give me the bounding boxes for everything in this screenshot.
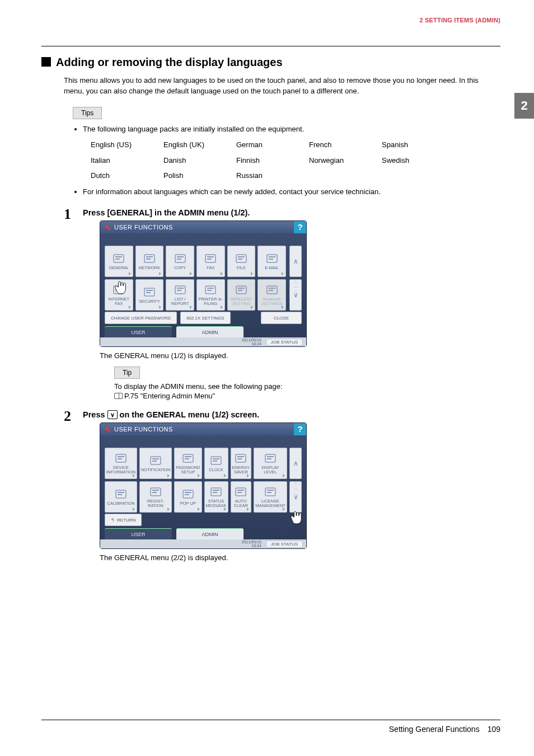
menu-tile[interactable]: POP UP — [174, 481, 202, 513]
down-key-icon: ∨ — [107, 410, 118, 419]
svg-rect-29 — [207, 290, 212, 291]
chevron-right-icon — [221, 306, 223, 309]
svg-rect-61 — [185, 492, 191, 493]
chevron-right-icon — [129, 272, 131, 275]
menu-tile[interactable]: NETWORK — [135, 246, 164, 277]
tile-label: NOTIFICATION — [140, 468, 171, 472]
help-button[interactable]: ? — [294, 423, 306, 435]
chevron-right-icon — [251, 272, 253, 275]
svg-rect-41 — [152, 461, 157, 462]
step-number: 1 — [64, 207, 83, 400]
return-button[interactable]: ↰RETURN — [105, 514, 142, 526]
tile-icon — [204, 284, 217, 295]
svg-rect-28 — [207, 288, 214, 289]
chapter-side-tab: 2 — [514, 93, 534, 119]
tile-label: DISPLAY LEVEL — [254, 466, 287, 475]
tile-icon — [209, 486, 223, 497]
help-button[interactable]: ? — [294, 221, 306, 233]
menu-tile[interactable]: SECURITY — [135, 279, 164, 311]
tile-label: AUTO CLEAR — [231, 499, 251, 508]
tile-icon — [149, 455, 162, 466]
svg-rect-58 — [152, 490, 159, 491]
tile-icon — [234, 453, 247, 464]
menu-tile[interactable]: REGIST-RATION — [139, 481, 172, 513]
svg-rect-4 — [146, 256, 153, 257]
tile-label: FILE — [236, 266, 247, 270]
menu-tile[interactable]: PASSWORD SETUP — [174, 448, 202, 479]
menu-tile[interactable]: DEVICE INFORMATION — [105, 448, 137, 479]
wrench-icon — [104, 223, 111, 231]
hand-cursor-icon — [115, 280, 127, 295]
svg-rect-40 — [152, 458, 159, 459]
chevron-right-icon — [283, 474, 285, 477]
tab-user[interactable]: USER — [105, 528, 172, 539]
tile-icon — [234, 486, 247, 497]
tile-label: SECURITY — [138, 299, 161, 304]
menu-tile[interactable]: PRINTER /e-FILING — [196, 279, 225, 311]
svg-rect-35 — [269, 290, 273, 291]
chevron-right-icon — [247, 508, 249, 511]
svg-rect-26 — [177, 290, 181, 291]
tile-icon — [112, 253, 125, 264]
job-status-button[interactable]: JOB STATUS — [266, 339, 303, 346]
tip-text: To display the ADMIN menu, see the follo… — [114, 382, 500, 391]
menu-tile[interactable]: Bluetooth SETTINGS — [257, 279, 286, 311]
menu-tile[interactable]: LICENSE MANAGEMENT — [254, 481, 287, 513]
menu-tile[interactable]: CLOCK — [204, 448, 228, 479]
menu-tile[interactable]: FILE — [227, 246, 256, 277]
menu-tile[interactable]: DISPLAY LEVEL — [254, 448, 287, 479]
tile-icon — [143, 253, 156, 264]
tile-label: LICENSE MANAGEMENT — [254, 499, 287, 508]
page-reference: P.75 "Entering Admin Menu" — [124, 392, 215, 400]
tile-icon — [264, 486, 277, 497]
menu-tile[interactable]: AUTO CLEAR — [231, 481, 252, 513]
menu-tile[interactable]: NOTIFICATION — [139, 448, 172, 479]
tab-admin[interactable]: ADMIN — [176, 528, 243, 539]
step-title: Press [GENERAL] in the ADMIN menu (1/2). — [83, 208, 500, 217]
step-title: Press ∨ on the GENERAL menu (1/2) screen… — [83, 410, 500, 419]
chevron-right-icon — [190, 306, 192, 309]
timestamp: 2011/05/1010:24 — [242, 338, 261, 346]
svg-rect-55 — [118, 492, 124, 493]
close-button[interactable]: CLOSE — [261, 312, 302, 324]
scroll-up-button[interactable]: ∧ — [289, 448, 302, 479]
tab-admin[interactable]: ADMIN — [176, 326, 243, 337]
svg-rect-32 — [238, 290, 242, 291]
job-status-button[interactable]: JOB STATUS — [266, 541, 303, 548]
dot1x-settings-button[interactable]: 802.1X SETTINGS — [180, 312, 231, 324]
chevron-right-icon — [167, 508, 170, 511]
menu-tile[interactable]: E-MAIL — [257, 246, 286, 277]
svg-rect-70 — [267, 490, 274, 491]
svg-rect-52 — [267, 456, 274, 457]
intro-paragraph: This menu allows you to add new language… — [64, 76, 500, 97]
step-result-text: The GENERAL menu (2/2) is displayed. — [100, 553, 500, 562]
chevron-right-icon — [159, 272, 161, 275]
menu-tile[interactable]: CALIBRATION — [105, 481, 137, 513]
running-header: 2 SETTING ITEMS (ADMIN) — [34, 17, 500, 24]
menu-tile[interactable]: WIRELESS SETTING — [227, 279, 256, 311]
tab-user[interactable]: USER — [105, 326, 172, 337]
general-menu-screenshot-1: USER FUNCTIONS ? DEVICE INFORMATIONNOTIF… — [100, 422, 307, 549]
timestamp: 2011/05/1010:24 — [242, 540, 261, 548]
svg-rect-71 — [267, 492, 271, 493]
tip-label: Tip — [114, 367, 140, 379]
tile-label: POP UP — [179, 501, 197, 506]
change-password-button[interactable]: CHANGE USER PASSWORD — [105, 312, 177, 324]
tile-label: PRINTER /e-FILING — [197, 297, 224, 306]
menu-tile[interactable]: COPY — [166, 246, 194, 277]
admin-menu-screenshot-1: USER FUNCTIONS ? GENERALNETWORKCOPYFAXFI… — [100, 220, 307, 347]
menu-tile[interactable]: LIST / REPORT — [166, 279, 194, 311]
svg-rect-7 — [177, 256, 184, 257]
svg-rect-13 — [238, 256, 245, 257]
svg-rect-56 — [118, 494, 122, 495]
menu-tile[interactable]: GENERAL — [105, 246, 133, 277]
menu-tile[interactable]: ENERGY SAVER — [231, 448, 252, 479]
step-result-text: The GENERAL menu (1/2) is displayed. — [100, 351, 500, 360]
svg-rect-34 — [269, 288, 275, 289]
svg-rect-31 — [238, 288, 245, 289]
footer-page-number: 109 — [488, 725, 500, 734]
menu-tile[interactable]: STATUS MESSAGE — [204, 481, 228, 513]
tips-bullet-text: The following language packs are initial… — [83, 125, 304, 133]
menu-tile[interactable]: FAX — [196, 246, 225, 277]
scroll-up-button[interactable]: ∧ — [289, 246, 302, 277]
